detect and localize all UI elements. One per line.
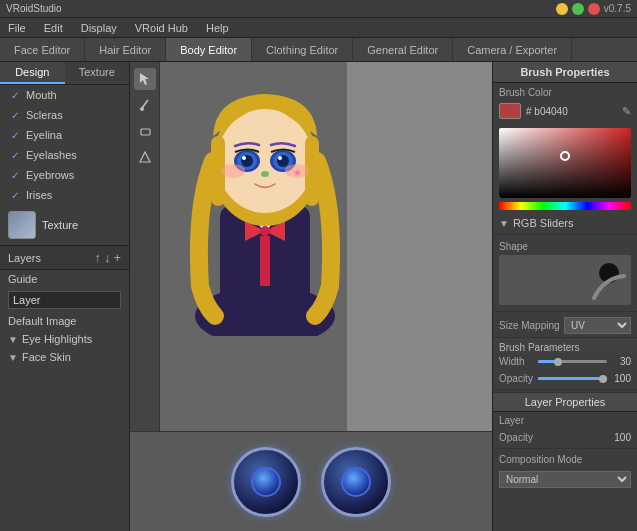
item-mouth[interactable]: ✓ Mouth xyxy=(0,85,129,105)
check-icon-eyebrows: ✓ xyxy=(8,168,22,182)
comp-mode-label: Composition Mode xyxy=(499,454,582,465)
item-eyelashes[interactable]: ✓ Eyelashes xyxy=(0,145,129,165)
expand-eye-highlights[interactable]: ▼ Eye Highlights xyxy=(0,330,129,348)
svg-rect-3 xyxy=(141,129,150,135)
tab-face-editor[interactable]: Face Editor xyxy=(0,38,85,61)
color-swatch[interactable] xyxy=(499,103,521,119)
canvas-main: ★ xyxy=(160,62,347,431)
tool-column xyxy=(130,62,160,431)
brush-color-row: # b04040 ✎ xyxy=(493,98,637,124)
layers-title: Layers xyxy=(8,252,91,264)
tab-texture[interactable]: Texture xyxy=(65,62,130,84)
color-edit-button[interactable]: ✎ xyxy=(622,105,631,118)
minimize-button[interactable] xyxy=(556,3,568,15)
size-mapping-row: Size Mapping UV xyxy=(493,314,637,337)
layer-name-input[interactable] xyxy=(8,291,121,309)
menu-edit[interactable]: Edit xyxy=(40,21,67,35)
layer-guide[interactable]: Guide xyxy=(0,270,129,288)
eye-inner-right xyxy=(341,467,371,497)
layer-layer[interactable] xyxy=(0,288,129,312)
width-label: Width xyxy=(499,356,534,367)
texture-row: Texture xyxy=(0,205,129,245)
svg-point-25 xyxy=(278,156,282,160)
opacity-slider-thumb[interactable] xyxy=(599,375,607,383)
opacity-row: Opacity 100 xyxy=(493,370,637,387)
layer-default-image[interactable]: Default Image xyxy=(0,312,129,330)
layer-opacity-value: 100 xyxy=(606,432,631,443)
comp-mode-select[interactable]: Normal xyxy=(499,471,631,488)
layers-add-button[interactable]: + xyxy=(113,250,121,265)
menu-help[interactable]: Help xyxy=(202,21,233,35)
item-scleras[interactable]: ✓ Scleras xyxy=(0,105,129,125)
eye-inner-left xyxy=(251,467,281,497)
item-eyelina[interactable]: ✓ Eyelina xyxy=(0,125,129,145)
brush-properties-title: Brush Properties xyxy=(493,62,637,83)
version-label: v0.7.5 xyxy=(604,3,631,15)
width-slider[interactable] xyxy=(538,360,607,363)
menu-vroid-hub[interactable]: VRoid Hub xyxy=(131,21,192,35)
color-hue-bar[interactable] xyxy=(499,202,631,210)
svg-point-2 xyxy=(140,107,144,111)
expand-face-skin[interactable]: ▼ Face Skin xyxy=(0,348,129,366)
tab-bar: Face Editor Hair Editor Body Editor Clot… xyxy=(0,38,637,62)
layer-prop-layer-row: Layer xyxy=(493,412,637,429)
bottom-eyes-area xyxy=(130,431,492,531)
check-icon-eyelashes: ✓ xyxy=(8,148,22,162)
width-slider-thumb[interactable] xyxy=(554,358,562,366)
tab-clothing-editor[interactable]: Clothing Editor xyxy=(252,38,353,61)
character-svg: ★ xyxy=(165,62,365,336)
opacity-slider[interactable] xyxy=(538,377,607,380)
window-controls: v0.7.5 xyxy=(556,3,631,15)
item-irises[interactable]: ✓ Irises xyxy=(0,185,129,205)
color-gradient-box[interactable] xyxy=(499,128,631,198)
tab-general-editor[interactable]: General Editor xyxy=(353,38,453,61)
check-icon-scleras: ✓ xyxy=(8,108,22,122)
brush-color-label: Brush Color xyxy=(499,87,552,98)
size-mapping-select[interactable]: UV xyxy=(564,317,631,334)
title-bar: VRoidStudio v0.7.5 xyxy=(0,0,637,18)
divider-3 xyxy=(493,389,637,390)
width-row: Width 30 xyxy=(493,353,637,370)
menu-display[interactable]: Display xyxy=(77,21,121,35)
color-hex-value: # b04040 xyxy=(526,106,617,117)
divider-1 xyxy=(493,234,637,235)
svg-marker-4 xyxy=(140,152,150,162)
shape-section: Shape xyxy=(493,237,637,309)
check-icon-irises: ✓ xyxy=(8,188,22,202)
svg-point-24 xyxy=(242,156,246,160)
tool-brush[interactable] xyxy=(134,94,156,116)
app-title: VRoidStudio xyxy=(6,3,62,14)
expand-icon-face-skin: ▼ xyxy=(8,352,18,363)
layers-down-button[interactable]: ↓ xyxy=(104,250,111,265)
canvas-right xyxy=(347,62,492,431)
center-area: ★ xyxy=(130,62,492,531)
check-icon-mouth: ✓ xyxy=(8,88,22,102)
layers-header: Layers ↑ ↓ + xyxy=(0,245,129,270)
main-layout: Design Texture ✓ Mouth ✓ Scleras ✓ Eyeli… xyxy=(0,62,637,531)
texture-thumbnail xyxy=(8,211,36,239)
maximize-button[interactable] xyxy=(572,3,584,15)
rgb-header[interactable]: ▼ RGB Sliders xyxy=(493,214,637,232)
tool-eraser[interactable] xyxy=(134,120,156,142)
tab-body-editor[interactable]: Body Editor xyxy=(166,38,252,61)
tab-camera-exporter[interactable]: Camera / Exporter xyxy=(453,38,572,61)
layer-opacity-row: Opacity 100 xyxy=(493,429,637,446)
close-button[interactable] xyxy=(588,3,600,15)
tool-shape[interactable] xyxy=(134,146,156,168)
eye-right xyxy=(321,447,391,517)
layer-properties-title: Layer Properties xyxy=(493,392,637,412)
divider-2 xyxy=(493,311,637,312)
brush-stroke-preview xyxy=(589,268,629,303)
svg-line-1 xyxy=(142,100,148,108)
brush-params-label: Brush Parameters xyxy=(499,342,580,353)
menu-file[interactable]: File xyxy=(4,21,30,35)
shape-label: Shape xyxy=(499,241,631,252)
layers-up-button[interactable]: ↑ xyxy=(94,250,101,265)
tab-design[interactable]: Design xyxy=(0,62,65,84)
opacity-value: 100 xyxy=(611,373,631,384)
tab-hair-editor[interactable]: Hair Editor xyxy=(85,38,166,61)
tool-select[interactable] xyxy=(134,68,156,90)
svg-point-27 xyxy=(221,164,245,178)
item-eyebrows[interactable]: ✓ Eyebrows xyxy=(0,165,129,185)
divider-4 xyxy=(493,448,637,449)
